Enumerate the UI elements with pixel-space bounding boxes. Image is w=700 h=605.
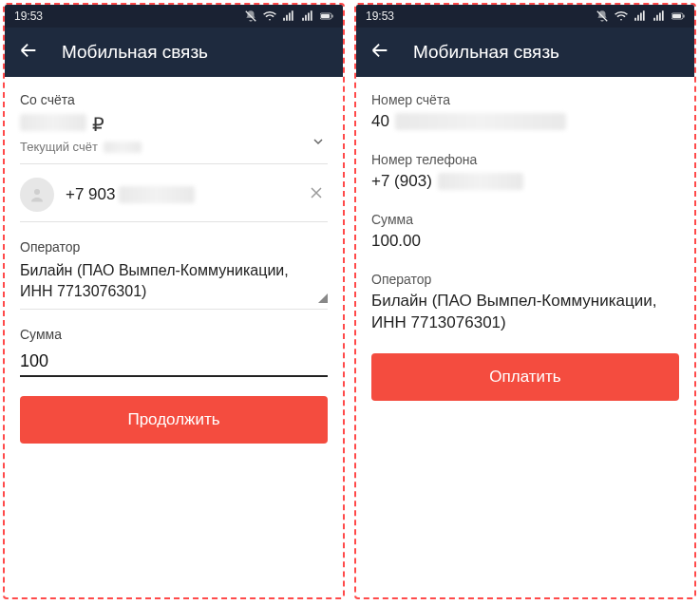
signal-icon (634, 9, 647, 23)
signal-icon (653, 9, 666, 23)
contact-avatar (20, 178, 54, 212)
operator-field: Оператор Билайн (ПАО Вымпел-Коммуникации… (371, 272, 679, 334)
spinner-handle-icon[interactable] (318, 293, 328, 303)
svg-rect-2 (321, 14, 330, 18)
page-title: Мобильная связь (413, 42, 559, 63)
amount-label: Сумма (20, 327, 328, 342)
phone-prefix-text: +7 903 (66, 185, 115, 204)
nav-bar: Мобильная связь (356, 28, 694, 77)
redacted-account-number (395, 113, 566, 130)
svg-rect-8 (684, 15, 685, 18)
svg-rect-3 (332, 15, 333, 18)
amount-field: Сумма (20, 327, 328, 377)
signal-icon (301, 9, 314, 23)
amount-field: Сумма 100.00 (371, 212, 679, 253)
back-button[interactable] (18, 40, 39, 65)
operator-label: Оператор (371, 272, 679, 287)
mute-icon (596, 9, 609, 23)
payment-confirm-screen: 19:53 Мобильная связь Номер счёта 40 Ном… (354, 3, 696, 599)
status-indicators (596, 9, 685, 23)
signal-icon (282, 9, 295, 23)
chevron-down-icon[interactable] (312, 134, 324, 151)
amount-label: Сумма (371, 212, 679, 227)
phone-field: Номер телефона +7 (903) (371, 152, 679, 193)
clear-icon[interactable] (305, 181, 328, 209)
from-account-label: Со счёта (20, 92, 328, 107)
divider (20, 163, 328, 164)
current-account-label: Текущий счёт (20, 140, 98, 154)
phone-input-row[interactable]: +7 903 (20, 178, 328, 222)
status-indicators (244, 9, 333, 23)
account-selector[interactable]: ₽ Текущий счёт (20, 113, 328, 154)
wifi-icon (263, 9, 276, 23)
phone-label: Номер телефона (371, 152, 679, 167)
redacted-phone-number (438, 173, 523, 190)
redacted-balance (20, 114, 86, 131)
wifi-icon (615, 9, 628, 23)
confirm-content: Номер счёта 40 Номер телефона +7 (903) С… (356, 77, 694, 597)
svg-rect-7 (672, 14, 681, 18)
status-time: 19:53 (14, 9, 43, 23)
account-prefix: 40 (371, 111, 389, 133)
battery-icon (672, 9, 685, 23)
redacted-phone (119, 186, 195, 203)
status-bar: 19:53 (356, 5, 694, 28)
continue-button[interactable]: Продолжить (20, 396, 328, 444)
page-title: Мобильная связь (62, 42, 208, 63)
svg-point-4 (34, 189, 40, 195)
back-button[interactable] (369, 40, 390, 65)
pay-button[interactable]: Оплатить (371, 353, 679, 401)
amount-input[interactable] (20, 348, 328, 377)
mute-icon (244, 9, 257, 23)
status-time: 19:53 (366, 9, 394, 23)
account-label: Номер счёта (371, 92, 679, 107)
operator-value: Билайн (ПАО Вымпел-Коммуникации, ИНН 771… (371, 291, 679, 334)
amount-value: 100.00 (371, 231, 679, 253)
redacted-account (104, 142, 142, 153)
status-bar: 19:53 (5, 5, 343, 28)
phone-number-input[interactable]: +7 903 (66, 185, 293, 204)
operator-value: Билайн (ПАО Вымпел-Коммуникации, ИНН 771… (20, 262, 289, 299)
currency-symbol: ₽ (92, 113, 104, 136)
account-field: Номер счёта 40 (371, 92, 679, 133)
phone-prefix: +7 (903) (371, 171, 432, 193)
nav-bar: Мобильная связь (5, 28, 343, 77)
operator-field[interactable]: Оператор Билайн (ПАО Вымпел-Коммуникации… (20, 239, 328, 310)
payment-form-screen: 19:53 Мобильная связь Со счёта ₽ Текущий… (3, 3, 345, 599)
operator-label: Оператор (20, 239, 328, 255)
battery-icon (320, 9, 333, 23)
form-content: Со счёта ₽ Текущий счёт +7 903 (5, 77, 343, 597)
